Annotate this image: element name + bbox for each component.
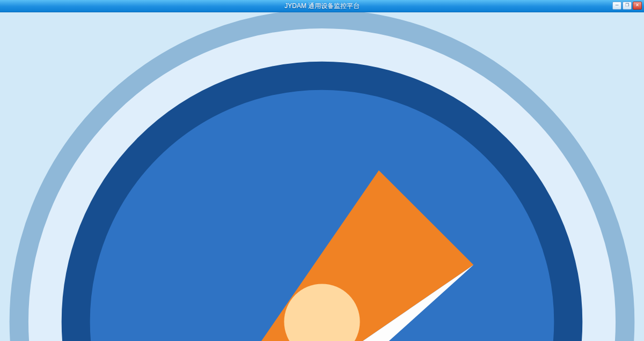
minimize-icon[interactable]: ─	[612, 2, 621, 10]
app-logo-compass-icon	[0, 0, 644, 341]
window-title: JYDAM 通用设备监控平台	[0, 2, 644, 11]
title-bar: JYDAM 通用设备监控平台 ─ ❐ ✕	[0, 0, 644, 12]
window-controls: ─ ❐ ✕	[612, 2, 642, 10]
application-window: JYDAM 通用设备监控平台 ─ ❐ ✕ 实时监控系统管理后台设置系统默认 实时…	[0, 0, 644, 341]
close-icon[interactable]: ✕	[633, 2, 642, 10]
maximize-icon[interactable]: ❐	[623, 2, 632, 10]
